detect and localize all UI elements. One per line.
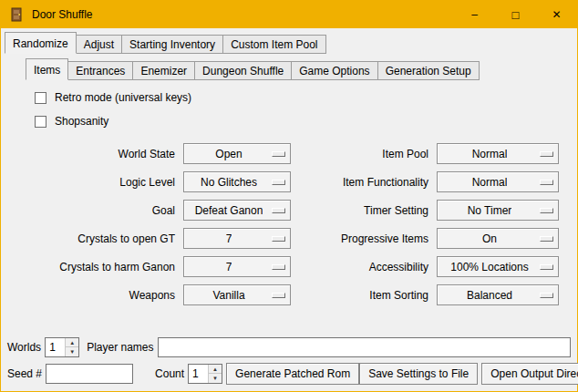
dropdown-indicator-icon — [272, 236, 285, 242]
dropdown-indicator-icon — [272, 180, 285, 185]
seed-input[interactable] — [46, 364, 133, 384]
world-state-label: World State — [26, 148, 183, 160]
item-functionality-dropdown[interactable]: Normal — [437, 171, 559, 192]
open-output-directory-button[interactable]: Open Output Directory — [481, 363, 578, 385]
timer-setting-value: No Timer — [468, 204, 512, 217]
app-icon — [9, 7, 24, 22]
count-label: Count — [155, 367, 184, 380]
goal-label: Goal — [26, 204, 183, 217]
spin-up-icon[interactable]: ▲ — [66, 338, 78, 347]
minimize-button[interactable]: – — [454, 1, 495, 28]
retro-mode-checkbox[interactable] — [35, 92, 46, 104]
weapons-label: Weapons — [26, 289, 183, 302]
logic-level-dropdown[interactable]: No Glitches — [183, 171, 291, 192]
timer-setting-dropdown[interactable]: No Timer — [437, 200, 559, 221]
close-button[interactable]: ✕ — [536, 1, 577, 28]
dropdown-indicator-icon — [272, 208, 285, 213]
shopsanity-row: Shopsanity — [35, 115, 577, 128]
item-sorting-value: Balanced — [467, 289, 512, 302]
seed-label: Seed # — [7, 367, 42, 380]
dropdown-indicator-icon — [272, 293, 285, 298]
count-input[interactable] — [189, 365, 208, 383]
count-spinner-arrows: ▲ ▼ — [208, 365, 222, 383]
worlds-spinner: ▲ ▼ — [45, 337, 79, 357]
timer-setting-label: Timer Setting — [298, 204, 437, 217]
item-pool-value: Normal — [472, 148, 508, 160]
crystals-gt-dropdown[interactable]: 7 — [183, 228, 291, 249]
save-settings-button[interactable]: Save Settings to File — [359, 363, 478, 385]
item-pool-label: Item Pool — [298, 148, 437, 160]
player-names-input[interactable] — [158, 337, 572, 357]
world-state-value: Open — [215, 148, 242, 160]
spin-up-icon[interactable]: ▲ — [209, 365, 222, 374]
tab-enemizer[interactable]: Enemizer — [132, 61, 195, 80]
shopsanity-label: Shopsanity — [55, 115, 108, 128]
weapons-dropdown[interactable]: Vanilla — [183, 284, 291, 305]
world-state-row: World State Open — [26, 139, 291, 168]
logic-level-value: No Glitches — [201, 176, 257, 189]
weapons-row: Weapons Vanilla — [26, 281, 291, 309]
worlds-spinner-arrows: ▲ ▼ — [65, 338, 78, 356]
tab-items[interactable]: Items — [26, 58, 68, 80]
window-title: Door Shuffle — [32, 8, 93, 21]
crystals-gt-label: Crystals to open GT — [26, 232, 183, 245]
logic-level-row: Logic Level No Glitches — [26, 168, 291, 196]
shopsanity-checkbox[interactable] — [35, 116, 46, 128]
timer-setting-row: Timer Setting No Timer — [298, 196, 559, 224]
spin-down-icon[interactable]: ▼ — [209, 374, 222, 383]
crystals-ganon-dropdown[interactable]: 7 — [183, 256, 291, 277]
accessibility-label: Accessibility — [298, 261, 437, 273]
app-window: Door Shuffle – □ ✕ Randomize Adjust Star… — [0, 0, 578, 392]
item-sorting-dropdown[interactable]: Balanced — [437, 284, 559, 305]
tab-game-options[interactable]: Game Options — [291, 61, 377, 80]
tab-entrances[interactable]: Entrances — [67, 61, 133, 80]
goal-dropdown[interactable]: Defeat Ganon — [183, 200, 291, 221]
item-functionality-row: Item Functionality Normal — [298, 168, 559, 196]
dropdown-indicator-icon — [272, 151, 285, 157]
tab-randomize[interactable]: Randomize — [5, 32, 77, 54]
item-pool-row: Item Pool Normal — [298, 139, 559, 168]
logic-level-label: Logic Level — [26, 176, 183, 189]
generate-patched-rom-button[interactable]: Generate Patched Rom — [226, 363, 359, 385]
bottom-bar: Worlds ▲ ▼ Player names Seed # Count ▲ ▼ — [1, 332, 577, 391]
goal-value: Defeat Ganon — [195, 204, 263, 217]
seed-row: Seed # Count ▲ ▼ Generate Patched Rom Sa… — [7, 363, 571, 385]
sub-tab-bar: Items Entrances Enemizer Dungeon Shuffle… — [26, 58, 577, 80]
tab-generation-setup[interactable]: Generation Setup — [377, 61, 480, 80]
item-sorting-label: Item Sorting — [298, 289, 437, 302]
window-controls: – □ ✕ — [454, 1, 577, 28]
options-grid: World State Open Logic Level No Glitches… — [1, 139, 577, 309]
dropdown-indicator-icon — [540, 236, 553, 242]
title-bar: Door Shuffle – □ ✕ — [1, 1, 577, 28]
maximize-button[interactable]: □ — [495, 1, 536, 28]
tab-starting-inventory[interactable]: Starting Inventory — [121, 35, 223, 54]
progressive-items-label: Progressive Items — [298, 232, 437, 245]
progressive-items-row: Progressive Items On — [298, 224, 559, 253]
world-state-dropdown[interactable]: Open — [183, 143, 291, 164]
dropdown-indicator-icon — [540, 151, 553, 157]
retro-mode-row: Retro mode (universal keys) — [35, 91, 577, 104]
tab-dungeon-shuffle[interactable]: Dungeon Shuffle — [194, 61, 292, 80]
item-functionality-value: Normal — [472, 176, 508, 189]
accessibility-dropdown[interactable]: 100% Locations — [437, 256, 559, 277]
item-functionality-label: Item Functionality — [298, 176, 437, 189]
goal-row: Goal Defeat Ganon — [26, 196, 291, 224]
player-names-label: Player names — [87, 341, 153, 354]
progressive-items-value: On — [482, 232, 497, 245]
main-tab-bar: Randomize Adjust Starting Inventory Cust… — [5, 32, 577, 54]
dropdown-indicator-icon — [540, 208, 553, 213]
spin-down-icon[interactable]: ▼ — [66, 347, 78, 356]
item-pool-dropdown[interactable]: Normal — [437, 143, 559, 164]
progressive-items-dropdown[interactable]: On — [437, 228, 559, 249]
options-column-right: Item Pool Normal Item Functionality Norm… — [298, 139, 559, 309]
crystals-ganon-value: 7 — [226, 261, 232, 273]
dropdown-indicator-icon — [272, 264, 285, 270]
weapons-value: Vanilla — [212, 289, 244, 302]
tab-custom-item-pool[interactable]: Custom Item Pool — [222, 35, 325, 54]
crystals-ganon-label: Crystals to harm Ganon — [26, 261, 183, 273]
crystals-gt-row: Crystals to open GT 7 — [26, 224, 291, 253]
worlds-input[interactable] — [46, 338, 65, 356]
worlds-label: Worlds — [7, 341, 41, 354]
crystals-gt-value: 7 — [226, 232, 232, 245]
tab-adjust[interactable]: Adjust — [76, 35, 122, 54]
